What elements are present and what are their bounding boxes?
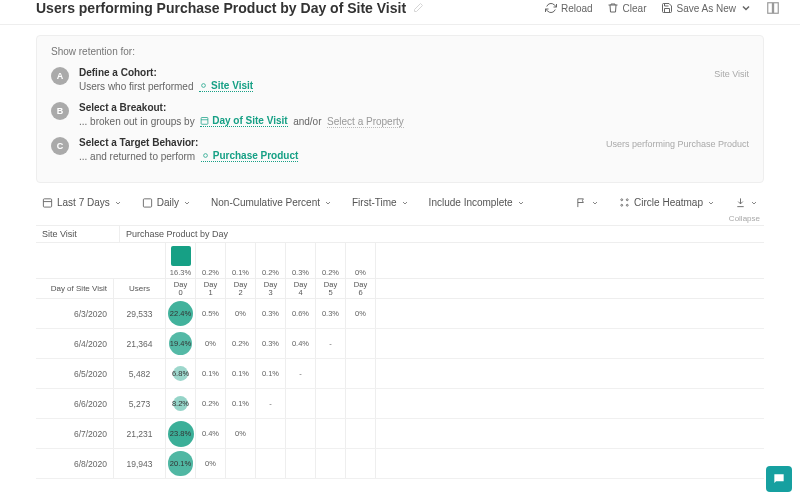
data-cell[interactable]	[346, 359, 376, 388]
breakout-tag[interactable]: Day of Site Visit	[200, 115, 287, 127]
includeincomplete-filter[interactable]: Include Incomplete	[423, 193, 531, 212]
svg-rect-3	[201, 118, 208, 125]
data-cell[interactable]	[256, 449, 286, 478]
svg-point-10	[626, 204, 628, 206]
svg-rect-6	[143, 199, 151, 207]
cell-value: 0.3%	[262, 339, 279, 348]
data-cell[interactable]: 0.4%	[286, 329, 316, 358]
data-cell[interactable]	[316, 419, 346, 448]
data-cell[interactable]: 0.4%	[196, 419, 226, 448]
data-cell[interactable]: 0.2%	[226, 329, 256, 358]
data-cell[interactable]	[346, 329, 376, 358]
data-cell[interactable]: 8.2%	[166, 389, 196, 418]
grain-filter[interactable]: Daily	[136, 193, 197, 212]
mode-label: Non-Cumulative Percent	[211, 197, 320, 208]
data-cell[interactable]: -	[286, 359, 316, 388]
chat-fab[interactable]	[766, 466, 792, 492]
header-actions: Reload Clear Save As New	[545, 1, 780, 15]
clear-button[interactable]: Clear	[607, 2, 647, 14]
cohort-event-tag[interactable]: Site Visit	[199, 80, 253, 92]
data-cell[interactable]: 0.3%	[256, 329, 286, 358]
viz-picker[interactable]: Circle Heatmap	[613, 193, 721, 212]
data-cell[interactable]: 20.1%	[166, 449, 196, 478]
firsttime-filter[interactable]: First-Time	[346, 193, 415, 212]
svg-point-2	[202, 84, 206, 88]
chevron-down-icon	[517, 199, 525, 207]
save-icon	[661, 2, 673, 14]
daterange-label: Last 7 Days	[57, 197, 110, 208]
data-cell[interactable]: 0.2%	[196, 389, 226, 418]
layout-icon[interactable]	[766, 1, 780, 15]
summary-cell: 0.3%	[286, 243, 316, 279]
table-row: 6/7/202021,23123.8%0.4%0%	[36, 419, 764, 449]
data-cell[interactable]	[286, 449, 316, 478]
svg-rect-5	[43, 199, 51, 207]
cell-value: 0%	[205, 459, 216, 468]
step-c-sub: ... and returned to perform Purchase Pro…	[79, 150, 749, 162]
header-bar: Users performing Purchase Product by Day…	[0, 0, 800, 25]
data-cell[interactable]	[346, 449, 376, 478]
row-date: 6/6/2020	[36, 389, 114, 418]
mode-filter[interactable]: Non-Cumulative Percent	[205, 193, 338, 212]
cell-value: 0.4%	[292, 339, 309, 348]
flag-button[interactable]	[570, 193, 605, 212]
data-cell[interactable]: 0.1%	[226, 389, 256, 418]
summary-pct: 0.2%	[262, 268, 279, 277]
cell-value: 0%	[235, 309, 246, 318]
collapse-link[interactable]: Collapse	[0, 214, 800, 225]
target-behavior-tag[interactable]: Purchase Product	[201, 150, 299, 162]
data-cell[interactable]: 0%	[226, 299, 256, 328]
data-cell[interactable]	[346, 419, 376, 448]
data-cell[interactable]: 0%	[226, 419, 256, 448]
data-cell[interactable]: 6.8%	[166, 359, 196, 388]
data-cell[interactable]: 0.1%	[196, 359, 226, 388]
includeincomplete-label: Include Incomplete	[429, 197, 513, 208]
cohort-event-label: Site Visit	[211, 80, 253, 91]
data-cell[interactable]: 0.1%	[256, 359, 286, 388]
chevron-down-icon	[183, 199, 191, 207]
data-cell[interactable]: 0%	[346, 299, 376, 328]
data-cell[interactable]: -	[316, 329, 346, 358]
data-cell[interactable]: 0.6%	[286, 299, 316, 328]
summary-cell: 0.2%	[316, 243, 346, 279]
summary-pct: 0.1%	[232, 268, 249, 277]
step-c: C Select a Target Behavior: ... and retu…	[51, 137, 749, 162]
step-a: A Define a Cohort: Users who first perfo…	[51, 67, 749, 92]
data-cell[interactable]: 0.1%	[226, 359, 256, 388]
reload-button[interactable]: Reload	[545, 2, 593, 14]
data-cell[interactable]	[316, 389, 346, 418]
data-cell[interactable]	[286, 389, 316, 418]
data-cell[interactable]	[316, 359, 346, 388]
data-cell[interactable]: 0.3%	[256, 299, 286, 328]
download-button[interactable]	[729, 193, 764, 212]
save-as-new-button[interactable]: Save As New	[661, 2, 752, 14]
day-label: Day5	[316, 279, 346, 298]
data-cell[interactable]: 23.8%	[166, 419, 196, 448]
daterange-filter[interactable]: Last 7 Days	[36, 193, 128, 212]
chevron-down-icon	[707, 199, 715, 207]
step-a-sub: Users who first performed Site Visit	[79, 80, 749, 92]
data-cell[interactable]: 0.3%	[316, 299, 346, 328]
day-label: Day4	[286, 279, 316, 298]
edit-icon[interactable]	[412, 2, 424, 14]
cell-value: 0%	[355, 309, 366, 318]
data-cell[interactable]: 0.5%	[196, 299, 226, 328]
data-cell[interactable]: 0%	[196, 449, 226, 478]
firsttime-label: First-Time	[352, 197, 397, 208]
data-cell[interactable]: -	[256, 389, 286, 418]
clear-label: Clear	[623, 3, 647, 14]
data-cell[interactable]	[226, 449, 256, 478]
data-cell[interactable]	[346, 389, 376, 418]
data-cell[interactable]: 19.4%	[166, 329, 196, 358]
table-row: 6/4/202021,36419.4%0%0.2%0.3%0.4%-	[36, 329, 764, 359]
data-cell[interactable]	[316, 449, 346, 478]
flag-icon	[576, 197, 587, 208]
step-c-badge: C	[51, 137, 69, 155]
select-property-link[interactable]: Select a Property	[327, 116, 404, 128]
data-cell[interactable]: 22.4%	[166, 299, 196, 328]
data-cell[interactable]	[286, 419, 316, 448]
row-users: 19,943	[114, 449, 166, 478]
day-label: Day6	[346, 279, 376, 298]
data-cell[interactable]: 0%	[196, 329, 226, 358]
data-cell[interactable]	[256, 419, 286, 448]
